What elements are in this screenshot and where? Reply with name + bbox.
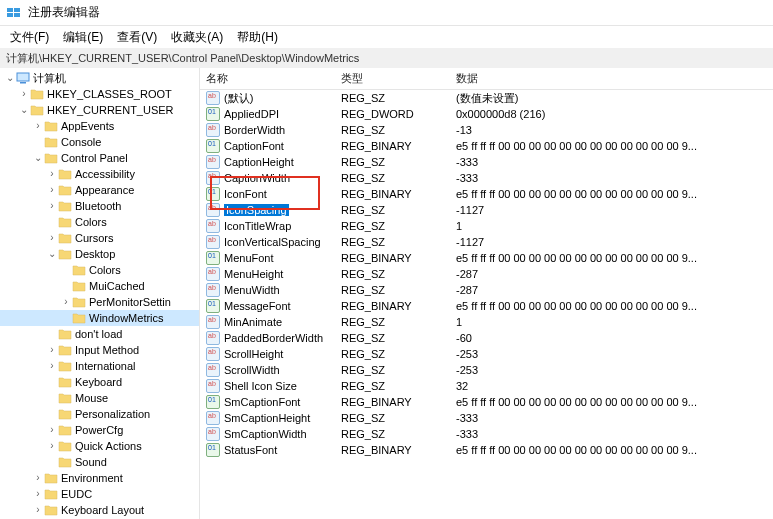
value-row[interactable]: Shell Icon SizeREG_SZ32 (200, 378, 773, 394)
tree-item[interactable]: ⌄HKEY_CURRENT_USER (0, 102, 199, 118)
tree-item[interactable]: ›Bluetooth (0, 198, 199, 214)
tree-item[interactable]: ›EUDC (0, 486, 199, 502)
value-row[interactable]: ScrollHeightREG_SZ-253 (200, 346, 773, 362)
chevron-right-icon[interactable]: › (46, 358, 58, 374)
tree-item[interactable]: ›Appearance (0, 182, 199, 198)
chevron-right-icon[interactable]: › (32, 118, 44, 134)
tree-item[interactable]: Personalization (0, 406, 199, 422)
tree-item[interactable]: ›International (0, 358, 199, 374)
tree-item[interactable]: ›Accessibility (0, 166, 199, 182)
value-row[interactable]: PaddedBorderWidthREG_SZ-60 (200, 330, 773, 346)
tree-item[interactable]: ›Cursors (0, 230, 199, 246)
value-name: SmCaptionWidth (224, 428, 307, 440)
menu-view[interactable]: 查看(V) (111, 27, 163, 48)
chevron-right-icon[interactable]: › (18, 86, 30, 102)
menu-edit[interactable]: 编辑(E) (57, 27, 109, 48)
tree-item-label: Cursors (75, 230, 114, 246)
tree-item[interactable]: MuiCached (0, 278, 199, 294)
tree-item[interactable]: ⌄计算机 (0, 70, 199, 86)
tree-item[interactable]: ⌄Desktop (0, 246, 199, 262)
tree-item[interactable]: Colors (0, 214, 199, 230)
tree-item[interactable]: ›PowerCfg (0, 422, 199, 438)
col-name[interactable]: 名称 (200, 71, 335, 86)
folder-icon (58, 456, 72, 468)
value-name-cell: MenuHeight (200, 267, 335, 281)
tree-item[interactable]: Mouse (0, 390, 199, 406)
tree-item[interactable]: ›PerMonitorSettin (0, 294, 199, 310)
value-row[interactable]: IconVerticalSpacingREG_SZ-1127 (200, 234, 773, 250)
value-row[interactable]: StatusFontREG_BINARYe5 ff ff ff 00 00 00… (200, 442, 773, 458)
tree-item[interactable]: ›Input Method (0, 342, 199, 358)
menu-file[interactable]: 文件(F) (4, 27, 55, 48)
value-row[interactable]: MinAnimateREG_SZ1 (200, 314, 773, 330)
tree-item[interactable]: ›Environment (0, 470, 199, 486)
tree-item[interactable]: Colors (0, 262, 199, 278)
value-type: REG_SZ (335, 316, 450, 328)
value-row[interactable]: IconFontREG_BINARYe5 ff ff ff 00 00 00 0… (200, 186, 773, 202)
tree-item[interactable]: Console (0, 134, 199, 150)
value-row[interactable]: (默认)REG_SZ(数值未设置) (200, 90, 773, 106)
chevron-right-icon[interactable]: › (32, 486, 44, 502)
chevron-right-icon[interactable]: › (46, 422, 58, 438)
tree-item[interactable]: ›Keyboard Layout (0, 502, 199, 518)
list-header: 名称 类型 数据 (200, 68, 773, 90)
value-name-cell: (默认) (200, 91, 335, 106)
col-data[interactable]: 数据 (450, 71, 773, 86)
folder-icon (58, 440, 72, 452)
value-row[interactable]: SmCaptionFontREG_BINARYe5 ff ff ff 00 00… (200, 394, 773, 410)
tree-item[interactable]: ›AppEvents (0, 118, 199, 134)
value-name: AppliedDPI (224, 108, 279, 120)
menu-fav[interactable]: 收藏夹(A) (165, 27, 229, 48)
value-row[interactable]: AppliedDPIREG_DWORD0x000000d8 (216) (200, 106, 773, 122)
value-row[interactable]: MessageFontREG_BINARYe5 ff ff ff 00 00 0… (200, 298, 773, 314)
value-row[interactable]: ScrollWidthREG_SZ-253 (200, 362, 773, 378)
chevron-right-icon[interactable]: › (46, 230, 58, 246)
value-row[interactable]: BorderWidthREG_SZ-13 (200, 122, 773, 138)
col-type[interactable]: 类型 (335, 71, 450, 86)
value-row[interactable]: MenuHeightREG_SZ-287 (200, 266, 773, 282)
value-row[interactable]: CaptionWidthREG_SZ-333 (200, 170, 773, 186)
tree-item[interactable]: ›HKEY_CLASSES_ROOT (0, 86, 199, 102)
value-row[interactable]: SmCaptionWidthREG_SZ-333 (200, 426, 773, 442)
chevron-down-icon[interactable]: ⌄ (46, 246, 58, 262)
value-row[interactable]: CaptionFontREG_BINARYe5 ff ff ff 00 00 0… (200, 138, 773, 154)
tree-item[interactable]: Keyboard (0, 374, 199, 390)
value-row[interactable]: IconTitleWrapREG_SZ1 (200, 218, 773, 234)
tree-item-label: Accessibility (75, 166, 135, 182)
chevron-right-icon[interactable]: › (32, 502, 44, 518)
value-row[interactable]: IconSpacingREG_SZ-1127 (200, 202, 773, 218)
chevron-right-icon[interactable]: › (46, 182, 58, 198)
chevron-down-icon[interactable]: ⌄ (4, 70, 16, 86)
chevron-right-icon[interactable]: › (60, 294, 72, 310)
value-type: REG_SZ (335, 364, 450, 376)
chevron-right-icon[interactable]: › (32, 470, 44, 486)
value-row[interactable]: MenuFontREG_BINARYe5 ff ff ff 00 00 00 0… (200, 250, 773, 266)
tree-item[interactable]: ⌄Control Panel (0, 150, 199, 166)
value-data: -333 (450, 412, 773, 424)
tree-panel[interactable]: ⌄计算机›HKEY_CLASSES_ROOT⌄HKEY_CURRENT_USER… (0, 68, 200, 519)
chevron-down-icon[interactable]: ⌄ (18, 102, 30, 118)
svg-rect-2 (7, 13, 13, 17)
address-bar[interactable]: 计算机\HKEY_CURRENT_USER\Control Panel\Desk… (0, 48, 773, 68)
chevron-right-icon[interactable]: › (46, 438, 58, 454)
string-value-icon (206, 363, 220, 377)
chevron-down-icon[interactable]: ⌄ (32, 150, 44, 166)
value-row[interactable]: SmCaptionHeightREG_SZ-333 (200, 410, 773, 426)
tree-item[interactable]: WindowMetrics (0, 310, 199, 326)
folder-icon (44, 152, 58, 164)
tree-item[interactable]: Sound (0, 454, 199, 470)
chevron-right-icon[interactable]: › (46, 342, 58, 358)
tree-item[interactable]: ›Quick Actions (0, 438, 199, 454)
folder-icon (58, 232, 72, 244)
value-row[interactable]: CaptionHeightREG_SZ-333 (200, 154, 773, 170)
menu-help[interactable]: 帮助(H) (231, 27, 284, 48)
tree-item[interactable]: don't load (0, 326, 199, 342)
value-name-cell: CaptionFont (200, 139, 335, 153)
folder-icon (44, 120, 58, 132)
chevron-right-icon[interactable]: › (46, 166, 58, 182)
svg-rect-1 (14, 8, 20, 12)
value-row[interactable]: MenuWidthREG_SZ-287 (200, 282, 773, 298)
chevron-right-icon[interactable]: › (46, 198, 58, 214)
list-body[interactable]: (默认)REG_SZ(数值未设置)AppliedDPIREG_DWORD0x00… (200, 90, 773, 458)
value-name: Shell Icon Size (224, 380, 297, 392)
